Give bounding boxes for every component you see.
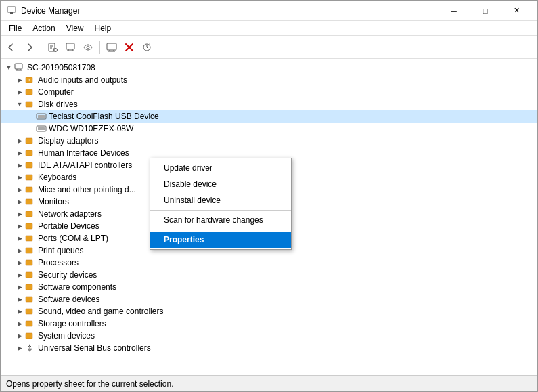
menu-file[interactable]: File — [3, 22, 27, 35]
expand-sound[interactable]: ▶ — [14, 306, 25, 317]
tree-item-storage[interactable]: ▶ Storage controllers — [1, 318, 537, 330]
expand-audio[interactable]: ▶ — [14, 74, 25, 85]
close-button[interactable]: ✕ — [501, 1, 532, 21]
expand-ports[interactable]: ▶ — [14, 233, 25, 244]
expand-disk[interactable]: ▼ — [14, 99, 25, 110]
tree-item-disk[interactable]: ▼ Disk drives — [1, 98, 537, 110]
expand-print[interactable]: ▶ — [14, 245, 25, 256]
ctx-properties[interactable]: Properties — [150, 232, 291, 248]
tree-item-processors[interactable]: ▶ Processors — [1, 257, 537, 269]
expand-processors[interactable]: ▶ — [14, 257, 25, 268]
svg-rect-35 — [26, 175, 32, 180]
toolbar-update-driver[interactable] — [62, 39, 79, 56]
processor-icon — [25, 257, 36, 268]
svg-rect-34 — [26, 162, 32, 168]
toolbar-scan[interactable] — [139, 39, 155, 56]
ctx-disable-device[interactable]: Disable device — [150, 176, 291, 192]
expand-ide[interactable]: ▶ — [14, 160, 25, 171]
tree-label-mice: Mice and other pointing d... — [38, 185, 136, 194]
tree-item-wdc[interactable]: WDC WD10EZEX-08W — [1, 123, 537, 135]
expand-software-comp[interactable]: ▶ — [14, 282, 25, 292]
tree-label-computer: Computer — [38, 87, 74, 97]
svg-rect-42 — [26, 260, 32, 265]
svg-rect-45 — [26, 297, 32, 302]
storage-icon — [25, 318, 36, 329]
tree-item-display[interactable]: ▶ Display adapters — [1, 135, 537, 147]
expand-wdc — [25, 123, 36, 134]
svg-rect-48 — [26, 333, 32, 339]
tree-item-computer[interactable]: ▶ Computer — [1, 86, 537, 98]
toolbar-sep-2 — [99, 41, 100, 54]
expand-system[interactable]: ▶ — [14, 330, 25, 341]
tree-item-usb[interactable]: ▶ Universal Serial Bus controllers — [1, 342, 537, 354]
expand-display[interactable]: ▶ — [14, 135, 25, 146]
monitors-icon — [25, 196, 36, 207]
ctx-uninstall-device[interactable]: Uninstall device — [150, 192, 291, 209]
menu-view[interactable]: View — [61, 22, 89, 35]
tree-label-portable: Portable Devices — [38, 221, 99, 231]
title-bar-title: Device Manager — [21, 6, 439, 16]
expand-computer[interactable]: ▶ — [14, 87, 25, 97]
svg-rect-36 — [26, 187, 32, 192]
svg-rect-2 — [9, 14, 14, 14]
expand-network[interactable]: ▶ — [14, 209, 25, 219]
svg-rect-0 — [7, 7, 16, 12]
toolbar-forward[interactable] — [21, 39, 37, 56]
system-icon — [25, 330, 36, 341]
tree-label-system: System devices — [38, 331, 95, 341]
toolbar-sep-1 — [41, 41, 41, 54]
audio-icon — [25, 74, 36, 85]
tree-item-software-dev[interactable]: ▶ Software devices — [1, 293, 537, 305]
toolbar-show-hidden[interactable] — [80, 39, 96, 56]
svg-rect-21 — [15, 64, 22, 69]
svg-rect-43 — [26, 272, 32, 278]
tree-label-storage: Storage controllers — [38, 319, 106, 328]
expand-hid[interactable]: ▶ — [14, 148, 25, 158]
portable-icon — [25, 221, 36, 232]
menu-action[interactable]: Action — [27, 22, 60, 35]
expand-portable[interactable]: ▶ — [14, 221, 25, 232]
svg-rect-9 — [66, 43, 74, 49]
maximize-button[interactable]: □ — [470, 1, 501, 21]
tree-item-root[interactable]: ▼ SC-201905081708 — [1, 62, 537, 74]
tree-label-disk: Disk drives — [38, 100, 78, 109]
tree-item-system[interactable]: ▶ System devices — [1, 330, 537, 342]
svg-point-13 — [87, 46, 89, 49]
teclast-icon — [36, 111, 47, 122]
expand-root[interactable]: ▼ — [3, 62, 14, 73]
toolbar-back[interactable] — [3, 39, 20, 56]
expand-mice[interactable]: ▶ — [14, 184, 25, 195]
tree-item-sound[interactable]: ▶ Sound, video and game controllers — [1, 305, 537, 318]
computer-icon — [14, 62, 25, 73]
hid-icon — [25, 148, 36, 158]
tree-label-ports: Ports (COM & LPT) — [38, 234, 108, 243]
tree-item-security[interactable]: ▶ Security devices — [1, 269, 537, 281]
toolbar-monitor[interactable] — [104, 39, 120, 56]
tree-item-teclast[interactable]: Teclast CoolFlash USB Device — [1, 110, 537, 123]
tree-item-software-comp[interactable]: ▶ Software components — [1, 281, 537, 293]
wdc-icon — [36, 123, 47, 134]
menu-help[interactable]: Help — [89, 22, 117, 35]
expand-software-dev[interactable]: ▶ — [14, 294, 25, 305]
minimize-button[interactable]: ─ — [439, 1, 470, 21]
toolbar-delete[interactable] — [121, 39, 137, 56]
tree-label-hid: Human Interface Devices — [38, 148, 129, 158]
svg-rect-47 — [26, 321, 32, 326]
device-tree[interactable]: ▼ SC-201905081708 ▶ — [1, 59, 537, 375]
expand-keyboards[interactable]: ▶ — [14, 172, 25, 183]
tree-item-audio[interactable]: ▶ Audio inputs and outputs — [1, 74, 537, 86]
ctx-scan-hardware[interactable]: Scan for hardware changes — [150, 212, 291, 228]
expand-usb[interactable]: ▶ — [14, 343, 25, 353]
toolbar-properties[interactable] — [45, 39, 61, 56]
context-menu: Update driver Disable device Uninstall d… — [150, 158, 292, 250]
toolbar — [1, 36, 537, 59]
expand-monitors[interactable]: ▶ — [14, 196, 25, 207]
disk-folder-icon — [25, 99, 36, 110]
tree-label-ide: IDE ATA/ATAPI controllers — [38, 160, 132, 170]
ctx-update-driver[interactable]: Update driver — [150, 160, 291, 176]
svg-rect-27 — [26, 102, 32, 107]
title-bar-icon — [6, 5, 17, 16]
expand-security[interactable]: ▶ — [14, 269, 25, 280]
expand-storage[interactable]: ▶ — [14, 318, 25, 329]
expand-teclast — [25, 111, 36, 122]
